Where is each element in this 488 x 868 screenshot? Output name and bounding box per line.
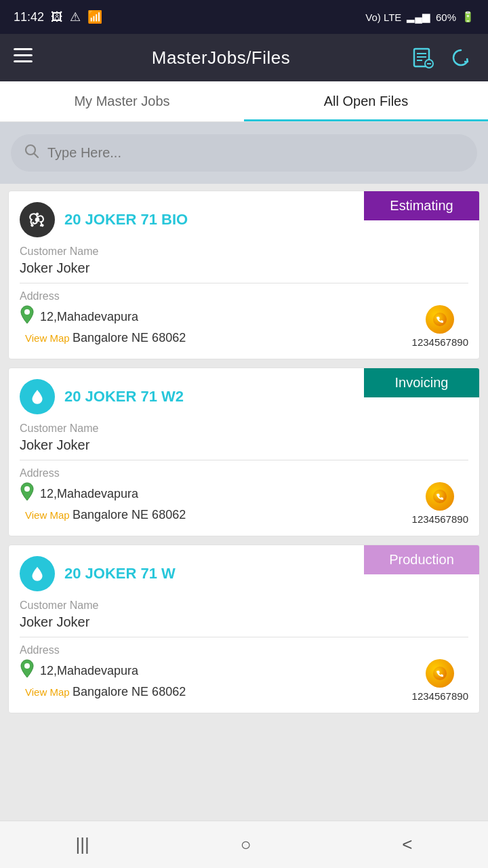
phone-icon-1[interactable] [426, 305, 454, 334]
map-pin-icon-2 [20, 482, 35, 505]
view-map-link-1[interactable]: View Map [25, 332, 70, 344]
search-input[interactable] [47, 145, 464, 161]
address-line2-1: Bangalore NE 68062 [73, 331, 186, 344]
customer-label-3: Customer Name [20, 599, 468, 612]
customer-label-2: Customer Name [20, 422, 468, 435]
svg-point-17 [24, 486, 30, 492]
status-badge-2: Invoicing [364, 368, 479, 397]
address-right-2: 1234567890 [412, 482, 468, 525]
address-row-3: 12,Mahadevapura [20, 659, 412, 682]
svg-line-10 [35, 154, 39, 158]
address-right-1: 1234567890 [412, 305, 468, 348]
time: 11:42 [14, 10, 44, 24]
card-header-1: 20 JOKER 71 BIO Estimating [9, 191, 479, 245]
svg-rect-0 [14, 48, 33, 50]
address-line1-1: 12,Mahadevapura [40, 310, 138, 324]
recent-apps-button[interactable]: ||| [55, 827, 109, 862]
svg-point-13 [41, 224, 43, 226]
map-pin-icon-1 [20, 305, 35, 328]
status-left: 11:42 🖼 ⚠ 📶 [14, 9, 102, 24]
phone-icon-2[interactable] [426, 482, 454, 511]
camera-icon: 🖼 [51, 10, 63, 24]
svg-point-14 [36, 213, 39, 216]
divider-1 [20, 283, 468, 283]
map-pin-icon-3 [20, 659, 35, 682]
job-icon-1 [20, 202, 55, 237]
home-button[interactable]: ○ [220, 827, 272, 862]
tab-all-open-files[interactable]: All Open Files [244, 81, 488, 121]
svg-point-12 [30, 224, 33, 226]
customer-label-1: Customer Name [20, 245, 468, 258]
job-card-1[interactable]: 20 JOKER 71 BIO Estimating Customer Name… [8, 191, 480, 359]
customer-name-1: Joker Joker [20, 260, 468, 276]
battery-icon: 🔋 [462, 11, 474, 23]
customer-name-2: Joker Joker [20, 437, 468, 453]
status-badge-3: Production [364, 545, 479, 574]
svg-point-16 [433, 313, 447, 326]
svg-point-15 [24, 309, 30, 315]
battery-label: 60% [436, 12, 456, 23]
address-line1-2: 12,Mahadevapura [40, 487, 138, 501]
svg-point-18 [433, 490, 447, 503]
address-label-1: Address [20, 290, 468, 302]
network-label: Vo) LTE [365, 12, 401, 23]
address-right-3: 1234567890 [412, 659, 468, 702]
svg-point-11 [35, 218, 40, 222]
divider-3 [20, 637, 468, 637]
tabs-container: My Master Jobs All Open Files [0, 81, 488, 122]
address-row-1: 12,Mahadevapura [20, 305, 412, 328]
address-left-3: 12,Mahadevapura View Map Bangalore NE 68… [20, 659, 412, 699]
customer-name-3: Joker Joker [20, 614, 468, 630]
search-box [11, 134, 477, 172]
signal-icon: ▂▄▆ [407, 11, 430, 23]
app-bar-icons [409, 44, 474, 71]
card-body-1: Customer Name Joker Joker Address 12,Mah… [9, 245, 479, 359]
svg-point-20 [433, 667, 447, 680]
address-label-3: Address [20, 644, 468, 656]
search-container [0, 122, 488, 184]
job-card-2[interactable]: 20 JOKER 71 W2 Invoicing Customer Name J… [8, 368, 480, 536]
address-label-2: Address [20, 467, 468, 479]
address-section-3: 12,Mahadevapura View Map Bangalore NE 68… [20, 659, 468, 702]
search-icon [24, 144, 39, 162]
app-bar: MasterJobs/Files [0, 34, 488, 81]
card-header-3: 20 JOKER 71 W Production [9, 545, 479, 599]
phone-number-1: 1234567890 [412, 336, 468, 348]
menu-button[interactable] [14, 48, 33, 67]
status-right: Vo) LTE ▂▄▆ 60% 🔋 [365, 11, 474, 23]
job-icon-2 [20, 379, 55, 414]
address-line2-3: Bangalore NE 68062 [73, 685, 186, 698]
phone-icon-3[interactable] [426, 659, 454, 688]
jobs-list: 20 JOKER 71 BIO Estimating Customer Name… [0, 184, 488, 720]
address-section-2: 12,Mahadevapura View Map Bangalore NE 68… [20, 482, 468, 525]
alert-icon: ⚠ [70, 9, 81, 24]
card-header-2: 20 JOKER 71 W2 Invoicing [9, 368, 479, 422]
phone-number-2: 1234567890 [412, 513, 468, 525]
bottom-nav: ||| ○ < [0, 821, 488, 868]
view-map-link-2[interactable]: View Map [25, 509, 70, 521]
card-body-3: Customer Name Joker Joker Address 12,Mah… [9, 599, 479, 713]
card-body-2: Customer Name Joker Joker Address 12,Mah… [9, 422, 479, 536]
document-edit-icon[interactable] [409, 44, 436, 71]
tab-my-master-jobs[interactable]: My Master Jobs [0, 81, 244, 121]
back-button[interactable]: < [382, 827, 432, 862]
address-left-1: 12,Mahadevapura View Map Bangalore NE 68… [20, 305, 412, 345]
view-map-link-3[interactable]: View Map [25, 686, 70, 698]
svg-rect-2 [14, 60, 33, 62]
job-card-3[interactable]: 20 JOKER 71 W Production Customer Name J… [8, 545, 480, 713]
address-row-2: 12,Mahadevapura [20, 482, 412, 505]
phone-number-3: 1234567890 [412, 690, 468, 702]
job-icon-3 [20, 556, 55, 591]
address-line1-3: 12,Mahadevapura [40, 664, 138, 678]
refresh-icon[interactable] [447, 44, 474, 71]
app-title: MasterJobs/Files [152, 47, 291, 68]
address-left-2: 12,Mahadevapura View Map Bangalore NE 68… [20, 482, 412, 522]
address-section-1: 12,Mahadevapura View Map Bangalore NE 68… [20, 305, 468, 348]
wifi-icon: 📶 [87, 9, 102, 24]
status-bar: 11:42 🖼 ⚠ 📶 Vo) LTE ▂▄▆ 60% 🔋 [0, 0, 488, 34]
status-badge-1: Estimating [364, 191, 479, 220]
divider-2 [20, 460, 468, 460]
svg-rect-1 [14, 54, 33, 56]
address-line2-2: Bangalore NE 68062 [73, 508, 186, 521]
svg-point-19 [24, 663, 30, 669]
